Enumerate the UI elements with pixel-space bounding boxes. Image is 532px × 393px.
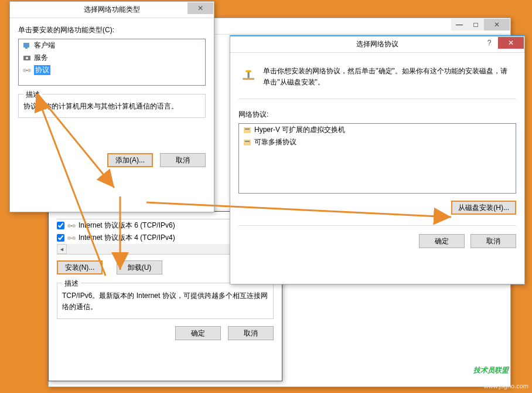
ok-button[interactable]: 确定 bbox=[175, 326, 221, 340]
description-group: 描述 TCP/IPv6。最新版本的 Internet 协议，可提供跨越多个相互连… bbox=[57, 283, 274, 319]
svg-rect-9 bbox=[25, 48, 28, 49]
close-button[interactable]: ✕ bbox=[484, 19, 510, 31]
service-icon bbox=[22, 54, 32, 62]
checkbox-ipv6[interactable] bbox=[57, 222, 64, 229]
svg-rect-18 bbox=[244, 127, 251, 133]
svg-rect-16 bbox=[247, 71, 249, 77]
select-feature-type-dialog: 选择网络功能类型 ✕ 单击要安装的网络功能类型(C): 客户端 服务 协议 描述… bbox=[9, 1, 214, 212]
svg-point-11 bbox=[26, 57, 28, 59]
svg-rect-17 bbox=[245, 70, 251, 72]
select-protocol-dialog: 选择网络协议 ? ✕ 单击你想安装的网络协议，然后单击"确定"。如果你有这个功能… bbox=[230, 35, 525, 284]
driver-icon bbox=[243, 138, 252, 147]
help-button[interactable]: ? bbox=[481, 37, 497, 49]
driver-icon bbox=[243, 126, 252, 134]
svg-rect-15 bbox=[243, 78, 254, 80]
maximize-button[interactable]: □ bbox=[468, 19, 484, 31]
svg-point-7 bbox=[72, 236, 76, 240]
scroll-left-icon[interactable]: ◄ bbox=[57, 244, 67, 254]
svg-point-3 bbox=[67, 224, 71, 228]
item-label: 可靠多播协议 bbox=[254, 137, 296, 147]
protocol-large-icon bbox=[241, 66, 256, 84]
titlebar[interactable]: 选择网络功能类型 ✕ bbox=[10, 2, 214, 18]
cancel-button[interactable]: 取消 bbox=[228, 326, 274, 340]
svg-rect-20 bbox=[244, 140, 251, 145]
watermark-url: www.jsgho.com bbox=[484, 382, 528, 389]
item-label: 客户端 bbox=[34, 40, 55, 50]
description-legend: 描述 bbox=[62, 279, 81, 289]
list-item-client[interactable]: 客户端 bbox=[19, 39, 205, 52]
list-item-reliable-multicast[interactable]: 可靠多播协议 bbox=[239, 136, 516, 148]
instruction-text: 单击你想安装的网络协议，然后单击"确定"。如果你有这个功能的安装磁盘，请单击"从… bbox=[263, 66, 514, 88]
install-button[interactable]: 安装(N)... bbox=[57, 260, 103, 275]
svg-point-4 bbox=[72, 224, 76, 228]
list-label: 网络协议: bbox=[238, 110, 516, 120]
close-button[interactable]: ✕ bbox=[187, 2, 213, 14]
cancel-button[interactable]: 取消 bbox=[470, 234, 516, 248]
item-label: 协议 bbox=[34, 65, 50, 75]
list-item-protocol[interactable]: 协议 bbox=[19, 64, 205, 76]
item-label: Internet 协议版本 4 (TCP/IPv4) bbox=[79, 233, 175, 243]
description-group: 描述 协议是你的计算机用来与其他计算机通信的语言。 bbox=[18, 94, 206, 118]
titlebar[interactable]: 选择网络协议 ? ✕ bbox=[230, 36, 524, 53]
svg-point-13 bbox=[23, 69, 26, 72]
item-label: Hyper-V 可扩展的虚拟交换机 bbox=[254, 125, 345, 135]
svg-rect-19 bbox=[245, 128, 250, 130]
install-from-disk-button[interactable]: 从磁盘安装(H)... bbox=[451, 201, 516, 215]
svg-point-14 bbox=[28, 69, 31, 72]
svg-rect-21 bbox=[245, 141, 250, 142]
description-text: 协议是你的计算机用来与其他计算机通信的语言。 bbox=[23, 101, 200, 111]
protocol-icon bbox=[22, 66, 32, 74]
minimize-button[interactable]: — bbox=[451, 19, 468, 31]
checkbox-ipv4[interactable] bbox=[57, 234, 64, 242]
instruction-label: 单击要安装的网络功能类型(C): bbox=[18, 25, 206, 35]
dialog-title: 选择网络功能类型 bbox=[10, 5, 214, 15]
svg-point-6 bbox=[67, 236, 71, 240]
item-label: Internet 协议版本 6 (TCP/IPv6) bbox=[79, 221, 175, 231]
uninstall-button[interactable]: 卸载(U) bbox=[117, 260, 162, 275]
watermark-logo: 技术员联盟 bbox=[473, 357, 509, 377]
cancel-button[interactable]: 取消 bbox=[160, 153, 206, 167]
close-button[interactable]: ✕ bbox=[498, 37, 524, 49]
svg-rect-8 bbox=[23, 43, 29, 48]
feature-type-listbox[interactable]: 客户端 服务 协议 bbox=[18, 39, 206, 86]
protocol-icon bbox=[67, 234, 76, 242]
description-text: TCP/IPv6。最新版本的 Internet 协议，可提供跨越多个相互连接网络… bbox=[62, 290, 268, 313]
description-legend: 描述 bbox=[23, 90, 42, 100]
add-button[interactable]: 添加(A)... bbox=[107, 153, 153, 167]
list-item-hyperv[interactable]: Hyper-V 可扩展的虚拟交换机 bbox=[239, 124, 516, 136]
protocol-listbox[interactable]: Hyper-V 可扩展的虚拟交换机 可靠多播协议 bbox=[238, 123, 516, 194]
list-item-service[interactable]: 服务 bbox=[19, 52, 205, 64]
item-label: 服务 bbox=[34, 53, 48, 63]
dialog-title: 选择网络协议 bbox=[230, 39, 524, 49]
protocol-icon bbox=[67, 222, 76, 230]
client-icon bbox=[22, 42, 32, 50]
ok-button[interactable]: 确定 bbox=[419, 234, 465, 248]
